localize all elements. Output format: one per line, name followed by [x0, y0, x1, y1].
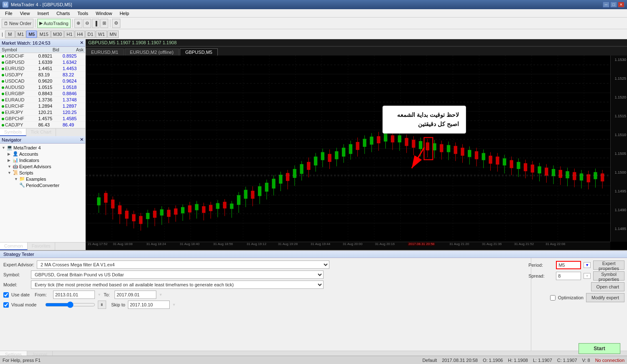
nav-tab-favorites[interactable]: Favorites — [28, 243, 55, 250]
chart-tab-eurusd-m2[interactable]: EURUSD,M2 (offline) — [125, 48, 179, 56]
market-watch-row[interactable]: EURJPY 120.21 120.25 — [0, 109, 85, 116]
market-watch-close-icon[interactable]: ✕ — [80, 40, 84, 46]
market-watch-header: Market Watch: 16:24:53 ✕ — [0, 39, 85, 47]
accounts-icon: 👤 — [13, 151, 18, 157]
chart-tab-eurusd-m1[interactable]: EURUSD,M1 — [86, 48, 124, 56]
status-close: C: 1.1907 — [557, 358, 577, 363]
svg-rect-178 — [587, 174, 590, 182]
menu-charts[interactable]: Charts — [53, 10, 73, 17]
maximize-button[interactable]: □ — [610, 2, 617, 8]
optimization-checkbox[interactable] — [550, 295, 556, 301]
symbol-row: Symbol: GBPUSD, Great Britain Pound vs U… — [3, 270, 528, 279]
market-watch-row[interactable]: AUDUSD 1.0515 1.0518 — [0, 84, 85, 91]
market-watch-row[interactable]: GBPCHF 1.4575 1.4585 — [0, 116, 85, 122]
svg-rect-78 — [237, 195, 240, 205]
tf-btn-M1[interactable]: M1 — [15, 30, 26, 38]
svg-rect-48 — [132, 214, 135, 221]
mw-symbol: GBPCHF — [0, 116, 36, 122]
expert-properties-button[interactable]: Expert properties — [593, 260, 624, 270]
tf-btn-M[interactable]: M — [5, 30, 15, 38]
symbol-properties-button[interactable]: Symbol properties — [593, 271, 624, 281]
navigator-close-icon[interactable]: ✕ — [80, 137, 84, 142]
tf-btn-H1[interactable]: H1 — [64, 30, 74, 38]
minimize-button[interactable]: ─ — [603, 2, 609, 8]
close-button[interactable]: ✕ — [618, 2, 624, 8]
title-bar-controls[interactable]: ─ □ ✕ — [603, 2, 624, 8]
svg-rect-162 — [531, 164, 534, 172]
menu-file[interactable]: File — [2, 10, 16, 17]
model-select[interactable]: Every tick (the most precise method base… — [31, 281, 324, 289]
toolbar-chart-candle[interactable]: ⊞ — [100, 19, 108, 28]
mw-dot — [2, 68, 4, 70]
menu-window[interactable]: Window — [92, 10, 115, 17]
nav-label-indicators: Indicators — [19, 158, 39, 163]
open-chart-row: Open chart — [534, 282, 624, 291]
mw-tab-tick[interactable]: Tick Chart — [26, 129, 56, 136]
market-watch-row[interactable]: EURUSD 1.4451 1.4453 — [0, 66, 85, 72]
toolbar-new-order[interactable]: 🗒 New Order — [2, 19, 33, 28]
nav-label-ea: Expert Advisors — [19, 164, 51, 169]
pause-btn[interactable]: ⏸ — [98, 301, 106, 309]
status-volume: V: 8 — [582, 358, 590, 363]
period-input[interactable] — [556, 261, 581, 269]
toolbar-chart-bar[interactable]: ▐ — [92, 19, 99, 28]
svg-rect-44 — [118, 205, 121, 214]
menu-tools[interactable]: Tools — [74, 10, 92, 17]
tf-btn-D1[interactable]: D1 — [85, 30, 95, 38]
speed-slider[interactable] — [45, 301, 95, 308]
svg-rect-128 — [412, 140, 415, 148]
svg-rect-176 — [580, 173, 583, 180]
nav-scripts[interactable]: ▼ 📜 Scripts — [1, 169, 84, 176]
status-high: H: 1.1908 — [508, 358, 528, 363]
ea-select[interactable]: 2 MA Crosses Mega filter EA V1.ex4 — [37, 260, 329, 269]
open-chart-button[interactable]: Open chart — [591, 282, 624, 291]
market-watch-row[interactable]: USDCHF 0.8921 0.8925 — [0, 53, 85, 59]
period-dropdown-icon[interactable]: ▼ — [584, 262, 591, 268]
skip-to-label: Skip to — [111, 302, 125, 307]
tf-btn-W1[interactable]: W1 — [96, 30, 107, 38]
use-date-checkbox[interactable] — [3, 292, 9, 298]
tf-btn-MN[interactable]: MN — [107, 30, 119, 38]
tf-btn-M15[interactable]: M15 — [37, 30, 50, 38]
tf-btn-H4[interactable]: H4 — [75, 30, 85, 38]
visual-mode-checkbox[interactable] — [3, 302, 9, 308]
chart-canvas: 1.1530 1.1525 1.1520 1.1515 1.1510 1.150… — [86, 56, 627, 250]
nav-examples[interactable]: ▼ 📁 Examples — [1, 176, 84, 182]
chart-tab-gbpusd-m5[interactable]: GBPUSD,M5 — [180, 48, 218, 56]
toolbar-zoomin[interactable]: ⊕ — [74, 19, 82, 28]
spread-input[interactable] — [556, 272, 581, 280]
menu-insert[interactable]: Insert — [34, 10, 52, 17]
svg-rect-88 — [272, 179, 275, 188]
nav-period-converter[interactable]: 🔧 PeriodConverter — [1, 182, 84, 188]
market-watch-row[interactable]: CADJPY 86.43 86.49 — [0, 122, 85, 128]
skip-to-input[interactable] — [128, 301, 170, 309]
market-watch-row[interactable]: GBPUSD 1.6339 1.6342 — [0, 59, 85, 66]
mw-tab-symbols[interactable]: Symbols — [0, 129, 26, 136]
nav-indicators[interactable]: ▶ 📊 Indicators — [1, 157, 84, 163]
nav-metatrader4[interactable]: ▼ 💻 MetaTrader 4 — [1, 144, 84, 151]
nav-arrow-accounts: ▶ — [8, 152, 12, 156]
menu-help[interactable]: Help — [116, 10, 133, 17]
toolbar-properties[interactable]: ⚙ — [112, 19, 120, 28]
nav-tab-common[interactable]: Common — [0, 243, 28, 250]
toolbar-zoomout[interactable]: ⊖ — [83, 19, 91, 28]
menu-view[interactable]: View — [17, 10, 33, 17]
tf-btn-M30[interactable]: M30 — [51, 30, 64, 38]
start-button[interactable]: Start — [579, 343, 620, 354]
market-watch-row[interactable]: EURAUD 1.3736 1.3748 — [0, 97, 85, 103]
chart-header: GBPUSD,M5 1.1907 1.1908 1.1907 1.1908 — [86, 39, 627, 46]
toolbar-separator — [35, 19, 36, 28]
from-input[interactable] — [53, 291, 95, 299]
modify-expert-button[interactable]: Modify expert — [586, 293, 624, 302]
tf-btn-M5[interactable]: M5 — [26, 30, 37, 38]
nav-expert-advisors[interactable]: ▼ 🤖 Expert Advisors — [1, 163, 84, 169]
symbol-select[interactable]: GBPUSD, Great Britain Pound vs US Dollar — [31, 270, 324, 279]
market-watch-row[interactable]: EURCHF 1.2894 1.2897 — [0, 103, 85, 109]
toolbar-autotrading[interactable]: ▶ AutoTrading — [37, 19, 71, 28]
market-watch-row[interactable]: USDJPY 83.19 83.22 — [0, 72, 85, 78]
to-input[interactable] — [115, 291, 156, 299]
market-watch-row[interactable]: EURGBP 0.8843 0.8846 — [0, 91, 85, 97]
market-watch-row[interactable]: USDCAD 0.9620 0.9624 — [0, 78, 85, 84]
visual-row: Visual mode ⏸ Skip to ▼ — [3, 301, 528, 309]
nav-accounts[interactable]: ▶ 👤 Accounts — [1, 151, 84, 157]
